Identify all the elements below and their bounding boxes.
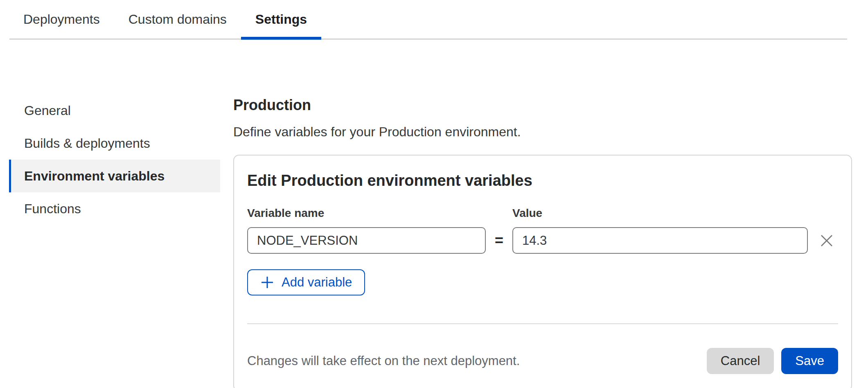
sidebar-item-environment-variables[interactable]: Environment variables <box>9 160 220 192</box>
cancel-button[interactable]: Cancel <box>707 348 774 374</box>
project-tabbar: Deployments Custom domains Settings <box>9 0 847 40</box>
edit-variables-card: Edit Production environment variables Va… <box>233 155 852 388</box>
section-title: Production <box>233 97 852 114</box>
delete-variable-button[interactable] <box>817 231 836 250</box>
save-button[interactable]: Save <box>781 348 838 374</box>
variable-labels-row: Variable name Value <box>247 207 838 220</box>
tab-deployments[interactable]: Deployments <box>9 0 114 38</box>
card-divider <box>247 323 838 324</box>
add-variable-label: Add variable <box>282 275 352 290</box>
card-footer: Changes will take effect on the next dep… <box>247 348 838 374</box>
variable-name-label: Variable name <box>247 207 512 220</box>
tab-custom-domains[interactable]: Custom domains <box>114 0 241 38</box>
environment-variables-panel: Production Define variables for your Pro… <box>233 97 852 388</box>
settings-sidebar: General Builds & deployments Environment… <box>9 94 220 225</box>
variable-row: = <box>247 227 838 254</box>
footer-note: Changes will take effect on the next dep… <box>247 354 707 368</box>
card-title: Edit Production environment variables <box>247 172 838 189</box>
equals-sign: = <box>486 232 512 249</box>
add-variable-button[interactable]: Add variable <box>247 269 365 296</box>
close-icon <box>818 232 835 249</box>
sidebar-item-general[interactable]: General <box>9 94 220 127</box>
sidebar-item-builds-deployments[interactable]: Builds & deployments <box>9 127 220 160</box>
variable-name-input[interactable] <box>247 227 486 254</box>
plus-icon <box>260 275 274 289</box>
section-description: Define variables for your Production env… <box>233 124 852 140</box>
variable-value-label: Value <box>512 207 838 220</box>
variable-value-input[interactable] <box>512 227 808 254</box>
tab-settings[interactable]: Settings <box>241 0 321 38</box>
settings-content: General Builds & deployments Environment… <box>0 40 868 387</box>
sidebar-item-functions[interactable]: Functions <box>9 192 220 225</box>
